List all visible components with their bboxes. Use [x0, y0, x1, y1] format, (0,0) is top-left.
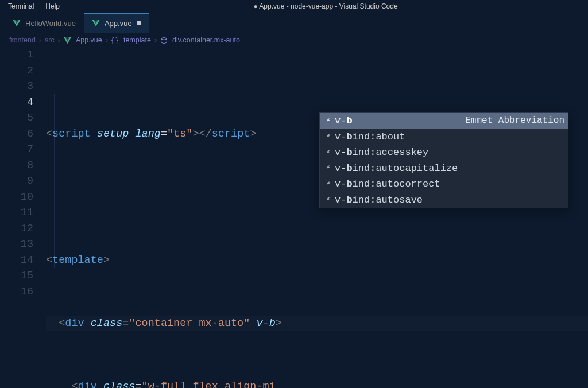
line-number: 2 [0, 63, 33, 79]
line-number: 8 [0, 158, 33, 174]
autocomplete-item[interactable]: v-bind:autocapitalize [320, 161, 568, 177]
wrench-icon [323, 117, 331, 125]
code-line[interactable]: <div class="container mx-auto" v-b> [46, 316, 588, 332]
wrench-icon [323, 133, 331, 141]
menu-help[interactable]: Help [40, 1, 65, 11]
breadcrumb-item[interactable]: src [45, 36, 55, 44]
vue-file-icon [13, 20, 21, 26]
wrench-icon [323, 180, 331, 188]
line-number: 10 [0, 189, 33, 205]
dirty-indicator-icon [137, 21, 141, 25]
window-title: ● App.vue - node-vue-app - Visual Studio… [65, 2, 586, 10]
line-number: 16 [0, 284, 33, 300]
line-number: 3 [0, 79, 33, 95]
line-number: 15 [0, 268, 33, 284]
line-number: 5 [0, 110, 33, 126]
autocomplete-item[interactable]: v-bind:autosave [320, 192, 568, 208]
menubar: Terminal Help ● App.vue - node-vue-app -… [0, 0, 588, 13]
tab-bar: HelloWorld.vue App.vue [0, 13, 588, 33]
code-line[interactable]: <div class="w-full flex align-mi [46, 379, 588, 389]
code-area[interactable]: <script setup lang="ts"></script> <templ… [46, 47, 588, 388]
line-number: 12 [0, 221, 33, 237]
code-editor[interactable]: 1 2 3 4 5 6 7 8 9 10 11 12 13 14 15 16 <… [0, 47, 588, 388]
tab-label: App.vue [105, 19, 132, 28]
tab-label: HelloWorld.vue [25, 19, 76, 28]
cube-icon [160, 37, 168, 44]
line-number: 6 [0, 126, 33, 142]
wrench-icon [323, 196, 331, 204]
tab-app[interactable]: App.vue [84, 13, 149, 33]
breadcrumb-item[interactable]: App.vue [76, 36, 102, 44]
line-number: 9 [0, 173, 33, 189]
line-number: 7 [0, 142, 33, 158]
vue-file-icon [92, 20, 100, 26]
wrench-icon [323, 164, 331, 172]
autocomplete-popup[interactable]: v-b Emmet Abbreviation v-bind:about v-bi… [319, 112, 568, 208]
line-number: 1 [0, 47, 33, 63]
chevron-right-icon: › [106, 36, 108, 44]
line-number-gutter: 1 2 3 4 5 6 7 8 9 10 11 12 13 14 15 16 [0, 47, 46, 388]
vue-file-icon [64, 37, 71, 44]
autocomplete-item[interactable]: v-b Emmet Abbreviation [320, 113, 568, 129]
indent-guide [54, 94, 55, 268]
menu-terminal[interactable]: Terminal [2, 1, 40, 11]
breadcrumb-item[interactable]: template [123, 36, 151, 44]
autocomplete-item[interactable]: v-bind:about [320, 129, 568, 145]
code-line[interactable]: <template> [46, 253, 588, 269]
tab-helloworld[interactable]: HelloWorld.vue [5, 13, 84, 33]
chevron-right-icon: › [154, 36, 157, 44]
autocomplete-hint: Emmet Abbreviation [356, 113, 564, 129]
breadcrumb-item[interactable]: frontend [9, 36, 36, 44]
breadcrumb[interactable]: frontend › src › App.vue › { } template … [0, 33, 588, 47]
line-number: 4 [0, 95, 33, 111]
line-number: 11 [0, 205, 33, 221]
braces-icon: { } [111, 37, 119, 44]
line-number: 14 [0, 253, 33, 269]
breadcrumb-item[interactable]: div.container.mx-auto [172, 36, 240, 44]
autocomplete-item[interactable]: v-bind:autocorrect [320, 176, 568, 192]
chevron-right-icon: › [58, 36, 60, 44]
autocomplete-item[interactable]: v-bind:accesskey [320, 145, 568, 161]
wrench-icon [323, 149, 331, 157]
line-number: 13 [0, 236, 33, 253]
chevron-right-icon: › [39, 36, 41, 44]
